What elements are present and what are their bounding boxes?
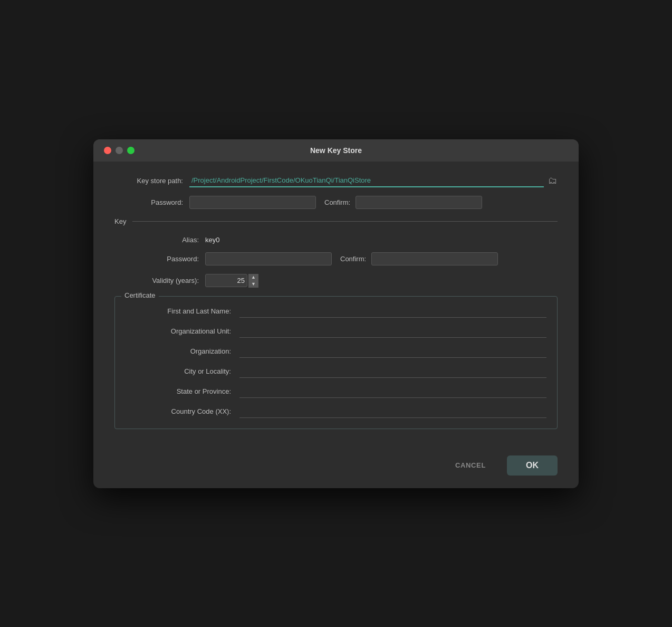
key-section-divider: Key bbox=[114, 217, 558, 225]
dialog-footer: CANCEL OK bbox=[93, 445, 579, 488]
key-section-label: Key bbox=[114, 217, 126, 225]
maximize-button[interactable] bbox=[127, 147, 135, 154]
new-key-store-dialog: New Key Store Key store path: 🗂 Password… bbox=[93, 139, 579, 488]
org-unit-label: Organizational Unit: bbox=[126, 327, 231, 335]
path-input-wrapper: 🗂 bbox=[189, 174, 558, 187]
folder-icon[interactable]: 🗂 bbox=[548, 175, 558, 186]
dialog-body: Key store path: 🗂 Password: Confirm: Key bbox=[93, 162, 579, 445]
organization-label: Organization: bbox=[126, 347, 231, 355]
validity-input[interactable] bbox=[205, 274, 247, 287]
window-controls bbox=[104, 147, 135, 154]
key-confirm-label: Confirm: bbox=[340, 255, 366, 263]
state-province-label: State or Province: bbox=[126, 387, 231, 395]
organization-row: Organization: bbox=[126, 345, 546, 358]
key-store-path-input[interactable] bbox=[189, 174, 544, 187]
first-last-name-row: First and Last Name: bbox=[126, 305, 546, 318]
city-locality-input[interactable] bbox=[239, 365, 546, 378]
keystore-confirm-label: Confirm: bbox=[324, 198, 350, 206]
key-store-path-row: Key store path: 🗂 bbox=[114, 174, 558, 187]
country-code-row: Country Code (XX): bbox=[126, 405, 546, 418]
org-unit-input[interactable] bbox=[239, 325, 546, 338]
cancel-button[interactable]: CANCEL bbox=[440, 456, 501, 474]
key-confirm-group: Confirm: bbox=[340, 252, 498, 265]
org-unit-row: Organizational Unit: bbox=[126, 325, 546, 338]
organization-input[interactable] bbox=[239, 345, 546, 358]
close-button[interactable] bbox=[104, 147, 111, 154]
keystore-password-input[interactable] bbox=[189, 196, 316, 209]
key-password-input[interactable] bbox=[205, 252, 332, 265]
ok-button[interactable]: OK bbox=[507, 455, 558, 476]
country-code-label: Country Code (XX): bbox=[126, 407, 231, 415]
minimize-button[interactable] bbox=[116, 147, 123, 154]
key-password-label: Password: bbox=[114, 255, 199, 263]
city-locality-row: City or Locality: bbox=[126, 365, 546, 378]
validity-increment-button[interactable]: ▲ bbox=[248, 274, 258, 281]
validity-label: Validity (years): bbox=[114, 277, 199, 284]
first-last-name-label: First and Last Name: bbox=[126, 307, 231, 315]
keystore-password-row: Password: Confirm: bbox=[114, 196, 558, 209]
validity-input-wrapper: ▲ ▼ bbox=[205, 274, 258, 288]
certificate-legend: Certificate bbox=[121, 291, 159, 299]
key-section: Alias: key0 Password: Confirm: Validity … bbox=[114, 236, 558, 429]
key-divider-line bbox=[132, 221, 558, 222]
title-bar: New Key Store bbox=[93, 139, 579, 162]
password-label: Password: bbox=[114, 198, 183, 206]
city-locality-label: City or Locality: bbox=[126, 367, 231, 375]
state-province-input[interactable] bbox=[239, 385, 546, 398]
dialog-title: New Key Store bbox=[310, 146, 362, 155]
alias-label: Alias: bbox=[114, 236, 199, 244]
certificate-section: Certificate First and Last Name: Organiz… bbox=[114, 296, 558, 429]
alias-row: Alias: key0 bbox=[114, 236, 558, 244]
keystore-confirm-group: Confirm: bbox=[324, 196, 482, 209]
validity-spinner: ▲ ▼ bbox=[248, 274, 258, 288]
validity-row: Validity (years): ▲ ▼ bbox=[114, 274, 558, 288]
keystore-confirm-input[interactable] bbox=[356, 196, 482, 209]
key-confirm-input[interactable] bbox=[371, 252, 498, 265]
key-password-row: Password: Confirm: bbox=[114, 252, 558, 265]
first-last-name-input[interactable] bbox=[239, 305, 546, 318]
alias-value: key0 bbox=[205, 236, 219, 244]
validity-decrement-button[interactable]: ▼ bbox=[248, 281, 258, 288]
state-province-row: State or Province: bbox=[126, 385, 546, 398]
key-store-path-label: Key store path: bbox=[114, 177, 183, 185]
country-code-input[interactable] bbox=[239, 405, 546, 418]
